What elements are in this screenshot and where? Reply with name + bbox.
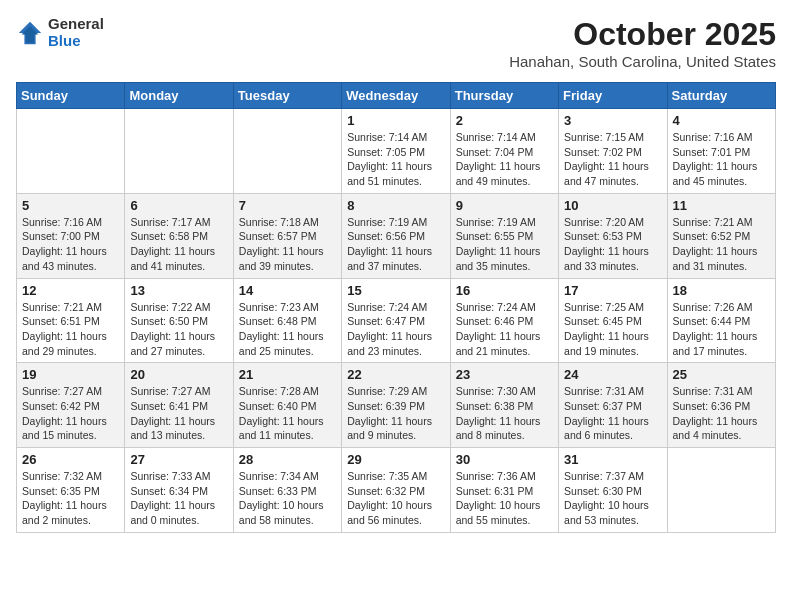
- calendar-empty-cell: [125, 109, 233, 194]
- logo: General Blue: [16, 16, 104, 49]
- calendar-day-21: 21Sunrise: 7:28 AM Sunset: 6:40 PM Dayli…: [233, 363, 341, 448]
- day-number: 21: [239, 367, 336, 382]
- weekday-header-wednesday: Wednesday: [342, 83, 450, 109]
- weekday-header-sunday: Sunday: [17, 83, 125, 109]
- day-number: 4: [673, 113, 770, 128]
- day-number: 23: [456, 367, 553, 382]
- calendar-day-19: 19Sunrise: 7:27 AM Sunset: 6:42 PM Dayli…: [17, 363, 125, 448]
- calendar-day-11: 11Sunrise: 7:21 AM Sunset: 6:52 PM Dayli…: [667, 193, 775, 278]
- calendar-day-2: 2Sunrise: 7:14 AM Sunset: 7:04 PM Daylig…: [450, 109, 558, 194]
- calendar-day-3: 3Sunrise: 7:15 AM Sunset: 7:02 PM Daylig…: [559, 109, 667, 194]
- day-number: 28: [239, 452, 336, 467]
- day-number: 3: [564, 113, 661, 128]
- day-number: 10: [564, 198, 661, 213]
- day-info: Sunrise: 7:20 AM Sunset: 6:53 PM Dayligh…: [564, 215, 661, 274]
- calendar-day-5: 5Sunrise: 7:16 AM Sunset: 7:00 PM Daylig…: [17, 193, 125, 278]
- day-info: Sunrise: 7:14 AM Sunset: 7:05 PM Dayligh…: [347, 130, 444, 189]
- day-number: 14: [239, 283, 336, 298]
- day-info: Sunrise: 7:16 AM Sunset: 7:00 PM Dayligh…: [22, 215, 119, 274]
- day-info: Sunrise: 7:25 AM Sunset: 6:45 PM Dayligh…: [564, 300, 661, 359]
- day-info: Sunrise: 7:27 AM Sunset: 6:42 PM Dayligh…: [22, 384, 119, 443]
- day-number: 22: [347, 367, 444, 382]
- day-info: Sunrise: 7:31 AM Sunset: 6:37 PM Dayligh…: [564, 384, 661, 443]
- calendar-day-12: 12Sunrise: 7:21 AM Sunset: 6:51 PM Dayli…: [17, 278, 125, 363]
- calendar-day-15: 15Sunrise: 7:24 AM Sunset: 6:47 PM Dayli…: [342, 278, 450, 363]
- title-block: October 2025 Hanahan, South Carolina, Un…: [509, 16, 776, 70]
- day-number: 12: [22, 283, 119, 298]
- weekday-header-tuesday: Tuesday: [233, 83, 341, 109]
- calendar-empty-cell: [667, 448, 775, 533]
- day-number: 9: [456, 198, 553, 213]
- calendar-day-8: 8Sunrise: 7:19 AM Sunset: 6:56 PM Daylig…: [342, 193, 450, 278]
- day-number: 7: [239, 198, 336, 213]
- calendar-week-row: 5Sunrise: 7:16 AM Sunset: 7:00 PM Daylig…: [17, 193, 776, 278]
- day-info: Sunrise: 7:14 AM Sunset: 7:04 PM Dayligh…: [456, 130, 553, 189]
- calendar-day-6: 6Sunrise: 7:17 AM Sunset: 6:58 PM Daylig…: [125, 193, 233, 278]
- day-info: Sunrise: 7:22 AM Sunset: 6:50 PM Dayligh…: [130, 300, 227, 359]
- calendar-day-14: 14Sunrise: 7:23 AM Sunset: 6:48 PM Dayli…: [233, 278, 341, 363]
- day-number: 11: [673, 198, 770, 213]
- day-info: Sunrise: 7:24 AM Sunset: 6:47 PM Dayligh…: [347, 300, 444, 359]
- day-number: 1: [347, 113, 444, 128]
- day-info: Sunrise: 7:16 AM Sunset: 7:01 PM Dayligh…: [673, 130, 770, 189]
- day-info: Sunrise: 7:26 AM Sunset: 6:44 PM Dayligh…: [673, 300, 770, 359]
- day-number: 5: [22, 198, 119, 213]
- calendar-day-27: 27Sunrise: 7:33 AM Sunset: 6:34 PM Dayli…: [125, 448, 233, 533]
- day-number: 30: [456, 452, 553, 467]
- calendar-day-7: 7Sunrise: 7:18 AM Sunset: 6:57 PM Daylig…: [233, 193, 341, 278]
- weekday-header-thursday: Thursday: [450, 83, 558, 109]
- day-info: Sunrise: 7:28 AM Sunset: 6:40 PM Dayligh…: [239, 384, 336, 443]
- day-number: 29: [347, 452, 444, 467]
- calendar-day-17: 17Sunrise: 7:25 AM Sunset: 6:45 PM Dayli…: [559, 278, 667, 363]
- weekday-header-friday: Friday: [559, 83, 667, 109]
- day-info: Sunrise: 7:33 AM Sunset: 6:34 PM Dayligh…: [130, 469, 227, 528]
- day-info: Sunrise: 7:18 AM Sunset: 6:57 PM Dayligh…: [239, 215, 336, 274]
- day-info: Sunrise: 7:30 AM Sunset: 6:38 PM Dayligh…: [456, 384, 553, 443]
- day-number: 19: [22, 367, 119, 382]
- day-info: Sunrise: 7:35 AM Sunset: 6:32 PM Dayligh…: [347, 469, 444, 528]
- day-info: Sunrise: 7:27 AM Sunset: 6:41 PM Dayligh…: [130, 384, 227, 443]
- day-info: Sunrise: 7:34 AM Sunset: 6:33 PM Dayligh…: [239, 469, 336, 528]
- calendar-day-30: 30Sunrise: 7:36 AM Sunset: 6:31 PM Dayli…: [450, 448, 558, 533]
- day-number: 18: [673, 283, 770, 298]
- calendar-day-18: 18Sunrise: 7:26 AM Sunset: 6:44 PM Dayli…: [667, 278, 775, 363]
- day-number: 2: [456, 113, 553, 128]
- calendar-day-24: 24Sunrise: 7:31 AM Sunset: 6:37 PM Dayli…: [559, 363, 667, 448]
- logo-blue-text: Blue: [48, 33, 104, 50]
- calendar-day-16: 16Sunrise: 7:24 AM Sunset: 6:46 PM Dayli…: [450, 278, 558, 363]
- day-number: 24: [564, 367, 661, 382]
- calendar-day-1: 1Sunrise: 7:14 AM Sunset: 7:05 PM Daylig…: [342, 109, 450, 194]
- day-info: Sunrise: 7:32 AM Sunset: 6:35 PM Dayligh…: [22, 469, 119, 528]
- day-info: Sunrise: 7:21 AM Sunset: 6:52 PM Dayligh…: [673, 215, 770, 274]
- weekday-header-row: SundayMondayTuesdayWednesdayThursdayFrid…: [17, 83, 776, 109]
- calendar-day-28: 28Sunrise: 7:34 AM Sunset: 6:33 PM Dayli…: [233, 448, 341, 533]
- day-number: 16: [456, 283, 553, 298]
- calendar-week-row: 1Sunrise: 7:14 AM Sunset: 7:05 PM Daylig…: [17, 109, 776, 194]
- day-number: 15: [347, 283, 444, 298]
- calendar-week-row: 26Sunrise: 7:32 AM Sunset: 6:35 PM Dayli…: [17, 448, 776, 533]
- day-info: Sunrise: 7:31 AM Sunset: 6:36 PM Dayligh…: [673, 384, 770, 443]
- location-title: Hanahan, South Carolina, United States: [509, 53, 776, 70]
- day-number: 13: [130, 283, 227, 298]
- day-info: Sunrise: 7:37 AM Sunset: 6:30 PM Dayligh…: [564, 469, 661, 528]
- day-info: Sunrise: 7:23 AM Sunset: 6:48 PM Dayligh…: [239, 300, 336, 359]
- day-info: Sunrise: 7:19 AM Sunset: 6:55 PM Dayligh…: [456, 215, 553, 274]
- calendar-empty-cell: [17, 109, 125, 194]
- logo-icon: [16, 19, 44, 47]
- calendar-day-29: 29Sunrise: 7:35 AM Sunset: 6:32 PM Dayli…: [342, 448, 450, 533]
- day-number: 25: [673, 367, 770, 382]
- day-info: Sunrise: 7:15 AM Sunset: 7:02 PM Dayligh…: [564, 130, 661, 189]
- day-number: 27: [130, 452, 227, 467]
- day-info: Sunrise: 7:24 AM Sunset: 6:46 PM Dayligh…: [456, 300, 553, 359]
- day-info: Sunrise: 7:29 AM Sunset: 6:39 PM Dayligh…: [347, 384, 444, 443]
- day-number: 20: [130, 367, 227, 382]
- day-number: 6: [130, 198, 227, 213]
- weekday-header-saturday: Saturday: [667, 83, 775, 109]
- calendar-day-4: 4Sunrise: 7:16 AM Sunset: 7:01 PM Daylig…: [667, 109, 775, 194]
- calendar-day-10: 10Sunrise: 7:20 AM Sunset: 6:53 PM Dayli…: [559, 193, 667, 278]
- page-header: General Blue October 2025 Hanahan, South…: [16, 16, 776, 70]
- calendar-day-22: 22Sunrise: 7:29 AM Sunset: 6:39 PM Dayli…: [342, 363, 450, 448]
- day-info: Sunrise: 7:19 AM Sunset: 6:56 PM Dayligh…: [347, 215, 444, 274]
- calendar-day-13: 13Sunrise: 7:22 AM Sunset: 6:50 PM Dayli…: [125, 278, 233, 363]
- weekday-header-monday: Monday: [125, 83, 233, 109]
